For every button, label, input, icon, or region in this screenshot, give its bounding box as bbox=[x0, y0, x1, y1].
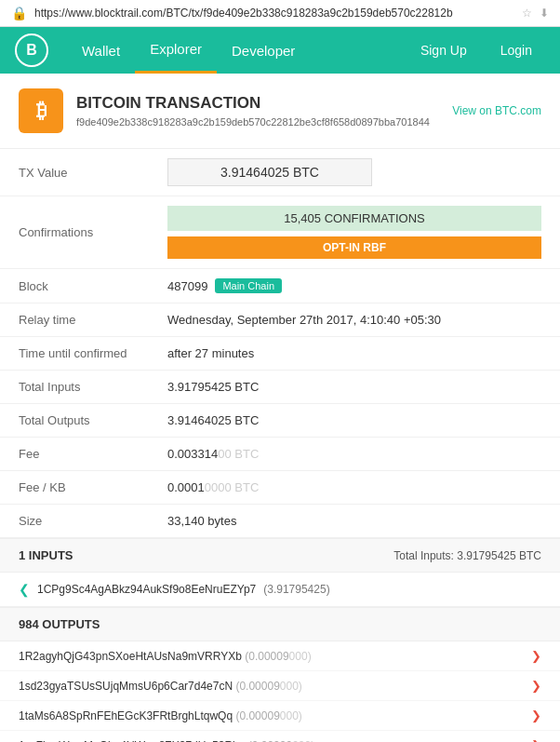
output-item[interactable]: 1taMs6A8SpRnFEhEGcK3FRtBrghLtqwQq (0.000… bbox=[0, 701, 560, 731]
input-item[interactable]: ❮ 1CPg9Sc4AgABkz94AukSf9o8EeNruEZYp7 (3.… bbox=[0, 573, 560, 607]
input-address: 1CPg9Sc4AgABkz94AukSf9o8EeNruEZYp7 bbox=[37, 583, 256, 596]
total-outputs-label: Total Outputs bbox=[0, 404, 149, 438]
fee-value: 0.003314 bbox=[167, 447, 218, 461]
relay-time-row: Relay time Wednesday, September 27th 201… bbox=[0, 304, 560, 337]
total-inputs-value: 3.91795425 BTC bbox=[149, 371, 560, 404]
chevron-left-icon: ❮ bbox=[19, 582, 30, 597]
main-chain-badge: Main Chain bbox=[215, 278, 282, 293]
inputs-total: Total Inputs: 3.91795425 BTC bbox=[393, 549, 541, 562]
nav-explorer[interactable]: Explorer bbox=[135, 27, 217, 74]
output-item[interactable]: 1R2agyhQjG43pnSXoeHtAUsNa9mVRRYXb (0.000… bbox=[0, 641, 560, 671]
login-button[interactable]: Login bbox=[487, 37, 545, 63]
chevron-right-icon: ❯ bbox=[531, 649, 541, 663]
output-item[interactable]: 1sd23gyaTSUsSUjqMmsU6p6Car7d4e7cN (0.000… bbox=[0, 671, 560, 701]
outputs-list: 1R2agyhQjG43pnSXoeHtAUsNa9mVRRYXb (0.000… bbox=[0, 641, 560, 742]
time-until-row: Time until confirmed after 27 minutes bbox=[0, 337, 560, 371]
size-value: 33,140 bytes bbox=[149, 505, 560, 538]
nav-developer[interactable]: Developer bbox=[217, 27, 310, 74]
block-row: Block 487099 Main Chain bbox=[0, 269, 560, 304]
total-outputs-value: 3.91464025 BTC bbox=[149, 404, 560, 438]
tx-header-left: ₿ BITCOIN TRANSACTION f9de409e2b338c9182… bbox=[19, 88, 430, 133]
tx-title: BITCOIN TRANSACTION bbox=[76, 94, 430, 113]
fee-kb-value: 0.0001 bbox=[167, 480, 205, 494]
relay-time-label: Relay time bbox=[0, 304, 149, 337]
chevron-right-icon: ❯ bbox=[531, 738, 541, 742]
url-bar: 🔒 https://www.blocktrail.com/BTC/tx/f9de… bbox=[0, 0, 560, 27]
bitcoin-icon: ₿ bbox=[19, 88, 63, 133]
output-address: 1R2agyhQjG43pnSXoeHtAUsNa9mVRRYXb (0.000… bbox=[19, 650, 531, 663]
details-table: TX Value 3.91464025 BTC Confirmations 15… bbox=[0, 149, 560, 538]
tx-value-row: TX Value 3.91464025 BTC bbox=[0, 149, 560, 196]
chevron-right-icon: ❯ bbox=[531, 679, 541, 693]
main-content: ₿ BITCOIN TRANSACTION f9de409e2b338c9182… bbox=[0, 74, 560, 742]
confirmations-row: Confirmations 15,405 CONFIRMATIONS OPT-I… bbox=[0, 196, 560, 269]
outputs-title: 984 OUTPUTS bbox=[19, 617, 100, 631]
fee-kb-dim: 0000 BTC bbox=[205, 480, 260, 494]
output-address: 1sd23gyaTSUsSUjqMmsU6p6Car7d4e7cN (0.000… bbox=[19, 680, 531, 693]
nav-right: Sign Up Login bbox=[407, 37, 545, 63]
outputs-section-header: 984 OUTPUTS bbox=[0, 607, 560, 641]
download-icon[interactable]: ⬇ bbox=[540, 7, 549, 20]
output-address: 1vzZberWwnMaQbp4UWvw8ZX27dUa53Rbo (0.000… bbox=[19, 739, 531, 743]
fee-kb-row: Fee / KB 0.00010000 BTC bbox=[0, 471, 560, 505]
total-inputs-row: Total Inputs 3.91795425 BTC bbox=[0, 371, 560, 404]
top-navigation: B Wallet Explorer Developer Sign Up Logi… bbox=[0, 27, 560, 74]
nav-links: Wallet Explorer Developer bbox=[67, 27, 310, 74]
fee-dim: 00 BTC bbox=[218, 447, 259, 461]
tx-value-label: TX Value bbox=[0, 149, 149, 196]
chevron-right-icon: ❯ bbox=[531, 708, 541, 722]
block-label: Block bbox=[0, 269, 149, 304]
time-until-value: after 27 minutes bbox=[149, 337, 560, 371]
tx-value-box: 3.91464025 BTC bbox=[167, 158, 372, 186]
logo[interactable]: B bbox=[15, 34, 48, 67]
rbf-badge: OPT-IN RBF bbox=[167, 236, 541, 259]
tx-hash: f9de409e2b338c918283a9c2b159deb570c22812… bbox=[76, 116, 430, 128]
bookmark-icon[interactable]: ☆ bbox=[522, 7, 532, 20]
size-label: Size bbox=[0, 505, 149, 538]
size-row: Size 33,140 bytes bbox=[0, 505, 560, 538]
tx-info: BITCOIN TRANSACTION f9de409e2b338c918283… bbox=[76, 94, 430, 128]
inputs-section-header: 1 INPUTS Total Inputs: 3.91795425 BTC bbox=[0, 538, 560, 573]
transaction-header: ₿ BITCOIN TRANSACTION f9de409e2b338c9182… bbox=[0, 74, 560, 149]
total-inputs-label: Total Inputs bbox=[0, 371, 149, 404]
output-item[interactable]: 1vzZberWwnMaQbp4UWvw8ZX27dUa53Rbo (0.000… bbox=[0, 731, 560, 742]
total-outputs-row: Total Outputs 3.91464025 BTC bbox=[0, 404, 560, 438]
url-text: https://www.blocktrail.com/BTC/tx/f9de40… bbox=[34, 7, 514, 20]
inputs-title: 1 INPUTS bbox=[19, 548, 73, 562]
signup-button[interactable]: Sign Up bbox=[407, 37, 480, 63]
confirmations-value: 15,405 CONFIRMATIONS bbox=[167, 206, 541, 231]
fee-kb-label: Fee / KB bbox=[0, 471, 149, 505]
relay-time-value: Wednesday, September 27th 2017, 4:10:40 … bbox=[149, 304, 560, 337]
block-cell: 487099 Main Chain bbox=[167, 278, 541, 293]
fee-row: Fee 0.00331400 BTC bbox=[0, 438, 560, 471]
block-number: 487099 bbox=[167, 279, 207, 293]
confirmations-label: Confirmations bbox=[0, 196, 149, 269]
fee-label: Fee bbox=[0, 438, 149, 471]
time-until-label: Time until confirmed bbox=[0, 337, 149, 371]
output-address: 1taMs6A8SpRnFEhEGcK3FRtBrghLtqwQq (0.000… bbox=[19, 709, 531, 722]
view-on-btc-link[interactable]: View on BTC.com bbox=[452, 104, 541, 117]
nav-wallet[interactable]: Wallet bbox=[67, 27, 135, 74]
lock-icon: 🔒 bbox=[11, 6, 27, 20]
input-value: (3.91795425) bbox=[263, 583, 329, 596]
